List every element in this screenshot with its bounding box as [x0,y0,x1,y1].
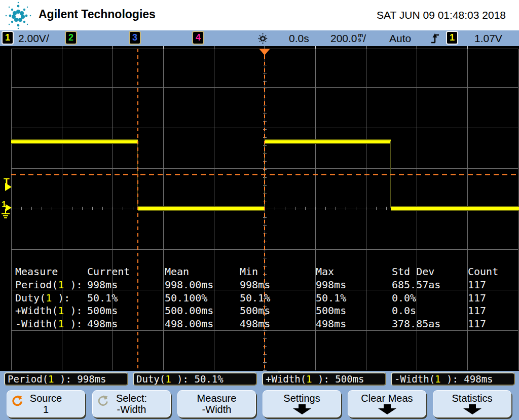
readout-duty: Duty(1 ): 50.1% [133,372,257,386]
channel1-badge: 1 [2,31,14,45]
softkey-source[interactable]: Source 1 [7,390,85,417]
waveform-ch1-segment [11,139,138,144]
division-tick [315,46,316,49]
table-cell: 50.1% [240,292,270,304]
timebase-unit: ms [358,33,363,42]
timebase-value: 200.0 [330,32,357,44]
table-cell: 998ms [87,279,118,291]
axis-tick [102,207,103,210]
waveform-ch1-segment [138,206,265,211]
axis-tick [133,207,133,210]
readout-pluswidth: +Width(1 ): 500ms [262,372,386,386]
measurement-threshold-line [11,174,518,175]
table-cell: 500.00ms [165,304,213,317]
axis-tick [315,207,316,210]
col-header: Min [240,265,258,278]
readout-minuswidth: -Width(1 ): 498ms [391,372,515,386]
channel2-badge: 2 [65,31,77,45]
ch1-scale: 2.00V/ [18,32,49,45]
trigger-level-readout: 1.07V [474,32,502,45]
axis-tick [325,207,326,210]
table-cell: 500ms [316,304,346,317]
axis-tick [305,207,306,210]
table-row-name: Period(1 ): [15,279,82,291]
waveform-ch1-segment [265,139,391,144]
delay-readout: 0.0s [289,32,309,45]
waveform-ch1-segment [391,206,519,211]
table-cell: 378.85as [392,318,440,330]
axis-tick [31,207,32,210]
table-cell: 498ms [240,318,270,330]
softkey-settings[interactable]: Settings [263,390,341,417]
trigger-source-badge: 1 [446,31,458,45]
brand-title: Agilent Technologies [39,8,156,21]
softkey-clear-meas[interactable]: Clear Meas [348,390,426,417]
rising-edge-trigger-icon [430,32,440,45]
ground-icon [4,217,7,218]
table-cell: 50.1% [316,292,346,304]
datetime: SAT JUN 09 01:48:03 2018 [377,9,506,21]
axis-tick [82,207,83,210]
axis-tick [21,207,22,210]
trigger-position-marker [259,49,270,55]
col-header: Count [468,265,498,278]
table-cell: 498ms [87,318,118,330]
division-tick [366,46,366,49]
trigger-level-arrow-icon [5,183,12,191]
down-arrow-icon [378,404,396,414]
axis-tick [376,207,377,210]
table-cell: 998ms [240,279,270,291]
axis-tick [42,207,42,210]
table-row-name: Duty(1 ): [15,292,70,304]
axis-tick [285,207,285,210]
axis-tick [356,207,356,210]
col-header: Current [87,265,130,278]
col-header: Max [316,265,334,278]
table-cell: 117 [468,304,486,317]
table-cell: 998ms [316,279,346,291]
axis-tick [386,207,387,210]
table-cell: 500ms [87,304,118,317]
table-cell: 117 [468,292,486,304]
channel4-badge: 4 [192,31,204,45]
col-header: Std Dev [392,265,434,278]
ground-marker-arrow-icon [6,204,12,211]
axis-tick [62,207,62,210]
table-cell: 50.1% [87,292,118,304]
titlebar: Agilent Technologies SAT JUN 09 01:48:03… [0,0,519,30]
oscilloscope-screen: Agilent Technologies SAT JUN 09 01:48:03… [0,0,519,420]
softkey-select[interactable]: Select: -Width [92,390,171,417]
table-cell: 117 [468,318,486,330]
axis-tick [346,207,346,210]
down-arrow-icon [463,404,481,414]
table-cell: 498ms [316,318,346,330]
table-cell: 50.100% [165,292,207,304]
softkey-statistics[interactable]: Statistics [433,390,511,417]
col-header: Mean [165,265,189,278]
softkey-measure[interactable]: Measure -Width [177,390,256,417]
readout-period: Period(1 ): 998ms [4,372,128,386]
down-arrow-icon [293,404,311,414]
col-header: Measure [15,265,58,278]
timebase-readout: 200.0ms/ [330,32,366,45]
table-cell: 500ms [240,304,270,317]
axis-tick [263,370,267,371]
ground-icon [3,215,8,216]
axis-tick [336,207,336,210]
table-cell: 0.0s [392,304,416,317]
table-row-name: -Width(1 ): [15,318,82,330]
division-tick [163,46,164,49]
axis-tick [113,207,113,210]
spark-icon [256,31,270,45]
table-row-name: +Width(1 ): [15,304,82,317]
agilent-logo-icon [4,1,32,29]
division-tick [62,46,62,49]
division-tick [417,46,417,49]
axis-tick [123,207,123,210]
axis-tick [366,207,366,210]
table-cell: 0.0% [392,292,416,304]
axis-tick [52,207,52,210]
table-cell: 998.00ms [165,279,213,291]
measurement-cursor-vertical [137,49,138,370]
axis-tick [92,207,93,210]
